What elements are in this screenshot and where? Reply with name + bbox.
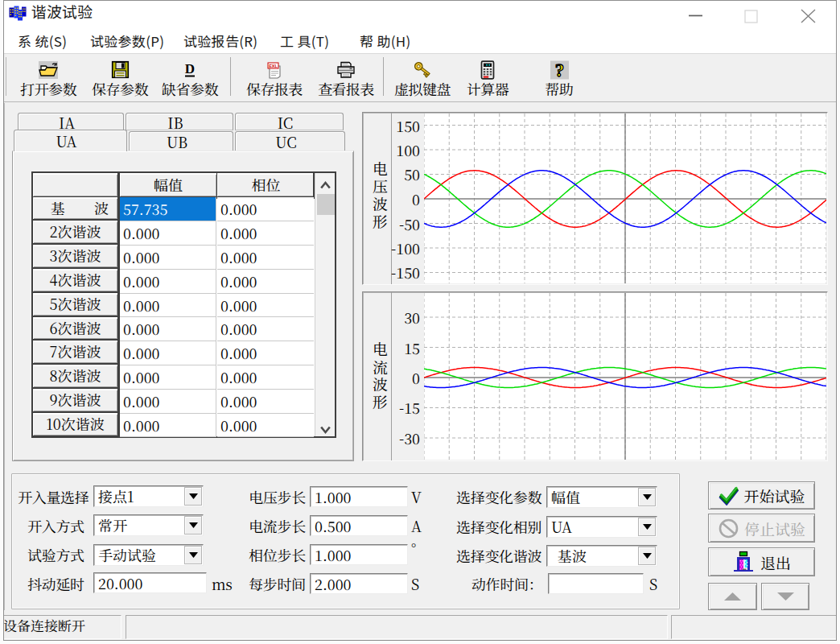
svg-text:EXL: EXL [269,63,278,68]
svg-text:D: D [185,61,195,76]
svg-text:?: ? [554,60,564,80]
